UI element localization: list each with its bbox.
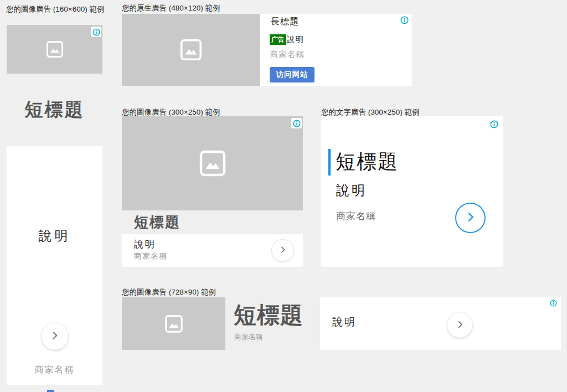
ad-description: 說明 [134,238,156,251]
ad-business-name: 商家名稱 [336,210,376,223]
text-rect-ad-preview: 短標題 說明 商家名稱 [321,116,503,267]
leaderboard-ad-preview: 短標題 商家名稱 說明 [122,297,561,350]
leaderboard-ad-label: 您的圖像廣告 (728×90) 範例 [122,287,216,297]
leaderboard-image-placeholder [122,297,225,350]
ad-info-button[interactable] [490,120,498,128]
image-rect-placeholder [122,116,303,210]
image-placeholder-icon [197,148,228,179]
chevron-right-icon [463,210,478,226]
ad-info-button[interactable] [291,118,302,128]
chevron-right-icon [455,319,466,332]
headline-accent-bar [328,149,331,176]
info-icon [550,300,557,307]
native-image-placeholder [122,14,260,86]
ad-chevron-button[interactable] [447,313,472,338]
ad-business-name: 商家名稱 [270,49,305,60]
image-placeholder-icon [45,39,65,59]
image-placeholder-icon [178,37,204,63]
ad-info-button[interactable] [91,27,101,37]
image-rect-ad-label: 您的圖像廣告 (300×250) 範例 [122,107,220,117]
ad-business-name: 商家名稱 [134,251,167,261]
ad-long-headline: 長標題 [271,16,299,28]
image-placeholder-icon [163,313,184,334]
ad-headline: 短標題 [234,300,303,331]
native-ad-label: 您的原生廣告 (480×120) 範例 [122,3,220,13]
ad-headline: 短標題 [7,74,102,146]
info-icon [293,120,301,127]
ad-headline: 短標題 [122,210,303,234]
text-rect-ad-label: 您的文字廣告 (300×250) 範例 [321,107,419,117]
ad-description: 說明 [336,182,367,199]
ad-headline: 短標題 [336,148,399,176]
ad-description: 說明 [287,34,304,45]
info-icon [92,28,100,36]
ad-business-name: 商家名稱 [7,364,102,376]
skyscraper-ad-preview: 短標題 說明 商家名稱 [7,25,102,385]
info-icon [400,16,409,24]
visit-website-button[interactable]: 访问网站 [270,67,315,82]
ad-chevron-button[interactable] [271,239,294,262]
image-rect-ad-preview: 短標題 說明 商家名稱 [122,116,303,267]
native-ad-preview: 長標題 广告 說明 商家名稱 访问网站 [122,14,412,86]
cutoff-blue-button-fragment [47,390,54,392]
ad-description: 說明 [332,315,357,329]
ad-chevron-button[interactable] [42,323,68,350]
chevron-right-icon [278,245,288,257]
chevron-right-icon [49,329,61,344]
skyscraper-image-placeholder [7,25,102,74]
skyscraper-ad-label: 您的圖像廣告 (160×600) 範例 [6,4,106,14]
ad-badge: 广告 [270,34,286,45]
ad-description: 說明 [7,227,102,245]
ad-business-name: 商家名稱 [234,332,263,342]
ad-chevron-button[interactable] [455,203,486,233]
ad-info-button[interactable] [550,300,557,307]
info-icon [490,120,498,128]
ad-info-button[interactable] [400,16,409,24]
